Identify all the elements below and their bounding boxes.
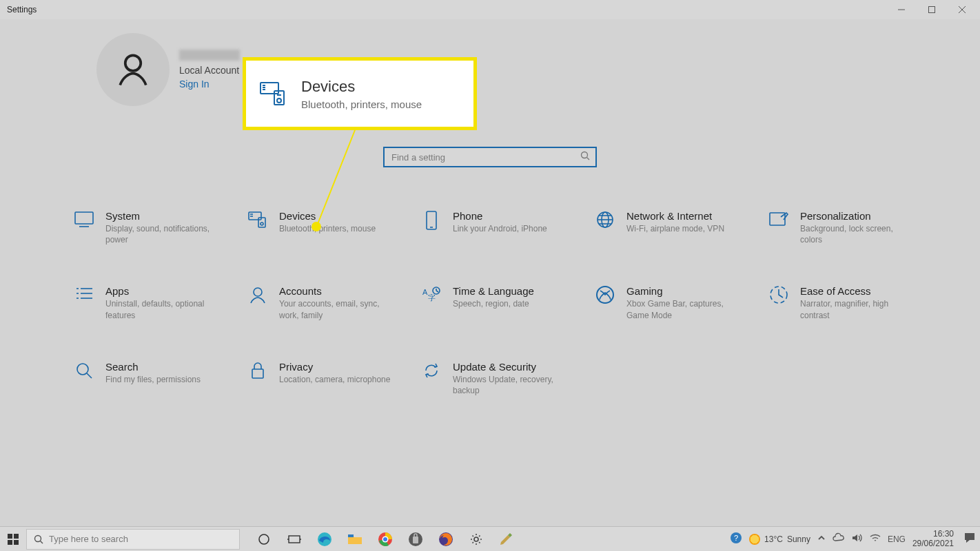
- ease-of-access-icon: [767, 285, 790, 309]
- tile-subtitle: Xbox Game Bar, captures, Game Mode: [626, 298, 744, 320]
- file-explorer-icon[interactable]: [345, 529, 365, 550]
- minimize-button[interactable]: [886, 0, 917, 19]
- start-button[interactable]: [0, 527, 26, 551]
- callout-subtitle: Bluetooth, printers, mouse: [301, 98, 422, 110]
- search-icon: [72, 361, 96, 384]
- svg-line-52: [41, 541, 43, 543]
- firefox-icon[interactable]: [436, 529, 456, 550]
- svg-rect-46: [252, 369, 263, 378]
- tile-subtitle: Your accounts, email, sync, work, family: [279, 298, 396, 320]
- sign-in-link[interactable]: Sign In: [179, 79, 240, 90]
- tile-devices[interactable]: DevicesBluetooth, printers, mouse: [246, 210, 410, 245]
- tile-subtitle: Background, lock screen, colors: [800, 223, 917, 245]
- settings-search[interactable]: [383, 147, 597, 167]
- devices-icon: [258, 80, 289, 107]
- account-header: Local Account Sign In: [0, 19, 980, 123]
- lock-icon: [246, 361, 269, 384]
- tile-time-language[interactable]: A字 Time & LanguageSpeech, region, date: [420, 285, 584, 320]
- network-tray-icon[interactable]: [870, 533, 881, 545]
- svg-point-13: [582, 152, 588, 158]
- clock-time: 16:30: [912, 530, 954, 539]
- time-language-icon: A字: [420, 285, 443, 309]
- help-icon[interactable]: ?: [730, 532, 742, 546]
- svg-rect-15: [75, 212, 93, 224]
- search-icon: [580, 151, 590, 163]
- language-indicator[interactable]: ENG: [888, 534, 906, 544]
- tile-search[interactable]: SearchFind my files, permissions: [72, 361, 236, 396]
- tile-update-security[interactable]: Update & SecurityWindows Update, recover…: [420, 361, 584, 396]
- tile-privacy[interactable]: PrivacyLocation, camera, microphone: [246, 361, 410, 396]
- tile-phone[interactable]: PhoneLink your Android, iPhone: [420, 210, 584, 245]
- svg-rect-58: [348, 534, 354, 537]
- settings-grid: SystemDisplay, sound, notifications, pow…: [0, 167, 980, 396]
- tile-subtitle: Location, camera, microphone: [279, 374, 390, 385]
- app-icon-4[interactable]: [405, 529, 426, 550]
- weather-temp: 13°C: [764, 534, 783, 544]
- tile-network[interactable]: Network & InternetWi-Fi, airplane mode, …: [593, 210, 757, 245]
- paint-icon[interactable]: [496, 529, 517, 550]
- tile-subtitle: Link your Android, iPhone: [453, 223, 547, 234]
- tile-ease-of-access[interactable]: Ease of AccessNarrator, magnifier, high …: [767, 285, 931, 320]
- accounts-icon: [246, 285, 269, 309]
- taskbar: Type here to search ? 13°C Sunny ENG 16:…: [0, 526, 980, 551]
- svg-rect-50: [14, 540, 19, 545]
- tile-title: Network & Internet: [626, 210, 724, 222]
- tile-personalization[interactable]: PersonalizationBackground, lock screen, …: [767, 210, 931, 245]
- tile-accounts[interactable]: AccountsYour accounts, email, sync, work…: [246, 285, 410, 320]
- svg-rect-1: [929, 7, 935, 13]
- svg-text:字: 字: [428, 293, 436, 302]
- tile-gaming[interactable]: GamingXbox Game Bar, captures, Game Mode: [593, 285, 757, 320]
- tile-apps[interactable]: AppsUninstall, defaults, optional featur…: [72, 285, 236, 320]
- tile-title: Personalization: [800, 210, 917, 222]
- tile-subtitle: Uninstall, defaults, optional features: [105, 298, 223, 320]
- tile-title: Privacy: [279, 361, 390, 373]
- tile-title: Apps: [105, 285, 223, 297]
- svg-rect-22: [427, 211, 436, 229]
- globe-icon: [593, 210, 617, 233]
- close-button[interactable]: [947, 0, 977, 19]
- update-icon: [420, 361, 443, 384]
- avatar[interactable]: [96, 33, 170, 106]
- svg-point-51: [35, 535, 41, 541]
- clock-date: 29/06/2021: [912, 539, 954, 548]
- svg-point-21: [261, 222, 263, 225]
- chrome-icon[interactable]: [375, 529, 396, 550]
- svg-marker-68: [853, 534, 857, 541]
- gaming-icon: [593, 285, 617, 309]
- callout-title: Devices: [301, 78, 422, 96]
- svg-point-61: [383, 537, 387, 541]
- notifications-icon[interactable]: [963, 532, 976, 546]
- svg-point-65: [474, 537, 478, 541]
- settings-taskbar-icon[interactable]: [466, 529, 487, 550]
- callout-pointer-dot: [312, 222, 321, 231]
- tray-chevron-icon[interactable]: [817, 534, 826, 544]
- devices-icon: [246, 210, 269, 233]
- volume-icon[interactable]: [852, 533, 863, 545]
- cortana-icon[interactable]: [254, 529, 274, 550]
- sun-icon: [749, 534, 760, 545]
- svg-rect-54: [289, 536, 300, 543]
- search-input[interactable]: [390, 152, 580, 163]
- taskbar-search[interactable]: Type here to search: [26, 529, 240, 550]
- svg-point-36: [254, 288, 262, 296]
- tile-subtitle: Windows Update, recovery, backup: [453, 374, 570, 396]
- window-title: Settings: [3, 5, 37, 14]
- svg-line-45: [87, 373, 92, 378]
- onedrive-icon[interactable]: [833, 533, 845, 545]
- task-view-icon[interactable]: [284, 529, 305, 550]
- edge-icon[interactable]: [314, 529, 335, 550]
- title-bar: Settings: [0, 0, 980, 19]
- tile-title: Update & Security: [453, 361, 570, 373]
- taskbar-clock[interactable]: 16:30 29/06/2021: [912, 530, 957, 548]
- maximize-button[interactable]: [917, 0, 947, 19]
- tile-title: Search: [105, 361, 201, 373]
- tile-title: Devices: [279, 210, 376, 222]
- tile-subtitle: Narrator, magnifier, high contrast: [800, 298, 917, 320]
- svg-point-11: [277, 98, 281, 103]
- svg-line-14: [587, 158, 590, 160]
- weather-cond: Sunny: [787, 534, 810, 544]
- weather-widget[interactable]: 13°C Sunny: [749, 534, 810, 545]
- personalization-icon: [767, 210, 790, 233]
- tile-system[interactable]: SystemDisplay, sound, notifications, pow…: [72, 210, 236, 245]
- system-icon: [72, 210, 96, 233]
